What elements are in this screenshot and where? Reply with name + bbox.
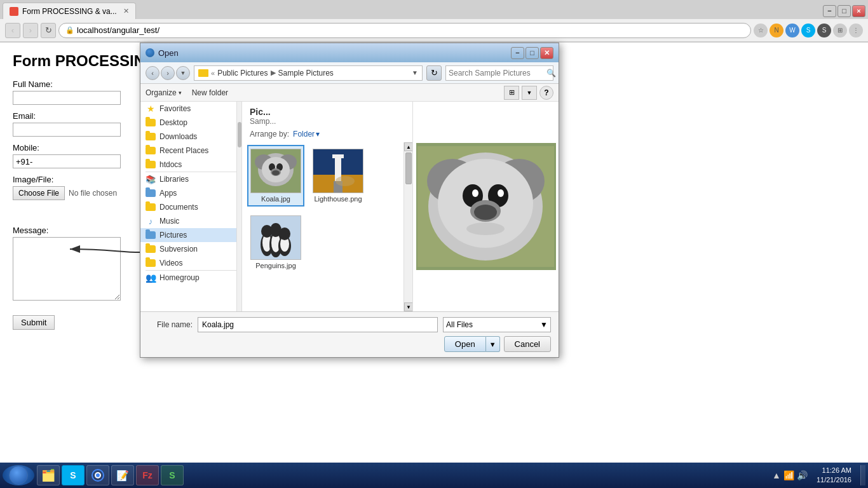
organize-menu[interactable]: Organize ▾ (146, 88, 182, 97)
extension2[interactable]: S (817, 24, 831, 37)
sidebar-item-recent-places[interactable]: Recent Places (140, 144, 241, 158)
filename-input[interactable] (198, 317, 438, 332)
sidebar-item-videos[interactable]: Videos (140, 256, 241, 270)
forward-button[interactable]: › (23, 23, 38, 38)
dialog-toolbar: ‹ › ▼ « Public Pictures ▶ Sample Picture… (140, 62, 559, 84)
svg-point-15 (336, 176, 355, 186)
menu-button[interactable]: ⋮ (849, 24, 863, 37)
search-input[interactable] (449, 69, 544, 78)
browser-minimize[interactable]: − (823, 5, 836, 17)
dialog-refresh-button[interactable]: ↻ (426, 65, 442, 81)
sidebar-scrollbar[interactable] (236, 102, 241, 311)
cancel-button[interactable]: Cancel (504, 336, 551, 352)
browser-close[interactable]: × (852, 5, 865, 17)
browser-chrome: Form PROCESSING & va... ✕ − □ × ‹ › ↻ 🔒 … (0, 0, 868, 43)
breadcrumb-root: « (211, 69, 215, 77)
file-item-penguins[interactable]: Penguins.jpg (247, 212, 304, 273)
breadcrumb-bar[interactable]: « Public Pictures ▶ Sample Pictures ▼ (194, 65, 423, 81)
svg-point-9 (272, 170, 280, 175)
svg-rect-13 (332, 154, 344, 158)
filelist-subtitle: Samp... (250, 117, 276, 126)
bookmark-button[interactable]: ☆ (754, 24, 768, 37)
tab-title: Form PROCESSING & va... (22, 7, 117, 16)
svg-point-36 (474, 205, 497, 220)
extension1[interactable]: W (785, 24, 799, 37)
dialog-up-button[interactable]: ▼ (176, 66, 190, 80)
submit-button[interactable]: Submit (13, 315, 55, 330)
arrange-dropdown-arrow: ▾ (316, 130, 320, 139)
filelist-title: Pic... (250, 107, 276, 117)
breadcrumb-separator: ▶ (271, 69, 276, 77)
sidebar-item-htdocs[interactable]: htdocs (140, 158, 241, 172)
svg-point-37 (466, 222, 505, 235)
desktop-folder-icon (146, 118, 156, 127)
arrange-folder-button[interactable]: Folder ▾ (293, 130, 320, 139)
mobile-input[interactable] (13, 154, 121, 168)
sidebar-item-desktop[interactable]: Desktop (140, 116, 241, 130)
view-grid-button[interactable]: ⊞ (504, 86, 519, 100)
subversion-folder-icon (146, 245, 156, 254)
new-folder-button[interactable]: New folder (192, 88, 228, 97)
url-bar: 🔒 (58, 23, 751, 38)
help-button[interactable]: ? (539, 86, 553, 100)
skype-icon[interactable]: S (801, 24, 815, 37)
preview-panel (412, 102, 559, 311)
homegroup-icon: 👥 (146, 273, 156, 282)
norton-icon[interactable]: N (770, 24, 783, 37)
sidebar-label-desktop: Desktop (159, 118, 187, 127)
dialog-close[interactable]: ✕ (540, 47, 553, 59)
scroll-up-button[interactable]: ▲ (404, 142, 412, 151)
filetype-dropdown[interactable]: All Files ▼ (443, 317, 551, 332)
breadcrumb-current[interactable]: Sample Pictures (278, 69, 334, 78)
tab-close-button[interactable]: ✕ (123, 7, 129, 15)
documents-folder-icon (146, 203, 156, 212)
preview-image (416, 143, 556, 270)
sidebar-favorites-header: ★ Favorites (140, 102, 241, 116)
choose-file-button[interactable]: Choose File (13, 186, 65, 200)
penguins-label: Penguins.jpg (255, 262, 296, 269)
dialog-back-button[interactable]: ‹ (146, 66, 159, 80)
open-button[interactable]: Open (444, 336, 486, 352)
dialog-minimize[interactable]: − (511, 47, 524, 59)
dialog-forward-button[interactable]: › (161, 66, 175, 80)
no-file-text: No file chosen (69, 189, 117, 198)
libraries-label: Libraries (159, 175, 189, 184)
file-grid: Koala.jpg (242, 142, 412, 311)
breadcrumb-dropdown[interactable]: ▼ (412, 69, 418, 76)
sidebar-label-videos: Videos (159, 259, 182, 268)
sidebar-item-music[interactable]: ♪ Music (140, 214, 241, 228)
fullname-input[interactable] (13, 91, 121, 105)
email-input[interactable] (13, 123, 121, 137)
sidebar-scroll-thumb (238, 122, 241, 147)
refresh-button[interactable]: ↻ (41, 23, 56, 38)
file-list-scrollbar[interactable]: ▲ ▼ (403, 142, 412, 311)
tab-bar: Form PROCESSING & va... ✕ − □ × (0, 0, 868, 19)
url-input[interactable] (77, 25, 731, 35)
dialog-controls: − □ ✕ (511, 47, 553, 59)
dialog-titlebar: Open − □ ✕ (140, 43, 559, 62)
file-dialog: Open − □ ✕ ‹ › ▼ « Public Pictures (140, 43, 559, 358)
sidebar-label-homegroup: Homegroup (159, 273, 200, 282)
dialog-menubar: Organize ▾ New folder ⊞ ▼ ? (140, 84, 559, 102)
file-row-list: Koala.jpg (247, 145, 407, 273)
browser-maximize[interactable]: □ (837, 5, 851, 17)
breadcrumb-public-pictures[interactable]: Public Pictures (217, 69, 268, 78)
sidebar-item-homegroup[interactable]: 👥 Homegroup (140, 271, 241, 285)
back-button[interactable]: ‹ (5, 23, 20, 38)
sidebar-item-apps[interactable]: Apps (140, 186, 241, 200)
sidebar-item-subversion[interactable]: Subversion (140, 242, 241, 256)
scroll-down-button[interactable]: ▼ (404, 302, 412, 311)
file-item-koala[interactable]: Koala.jpg (247, 145, 304, 207)
dialog-maximize[interactable]: □ (526, 47, 539, 59)
lighthouse-label: Lighthouse.png (314, 195, 362, 203)
open-button-arrow[interactable]: ▼ (486, 336, 500, 352)
file-item-lighthouse[interactable]: Lighthouse.png (309, 145, 367, 207)
grid-icon[interactable]: ⊞ (833, 24, 847, 37)
sidebar-item-pictures[interactable]: Pictures (140, 228, 241, 242)
sidebar-item-downloads[interactable]: Downloads (140, 130, 241, 144)
view-details-button[interactable]: ▼ (522, 86, 537, 100)
active-tab[interactable]: Form PROCESSING & va... ✕ (3, 3, 136, 19)
lighthouse-thumbnail (313, 149, 363, 193)
sidebar-item-documents[interactable]: Documents (140, 200, 241, 214)
music-icon: ♪ (146, 217, 156, 226)
